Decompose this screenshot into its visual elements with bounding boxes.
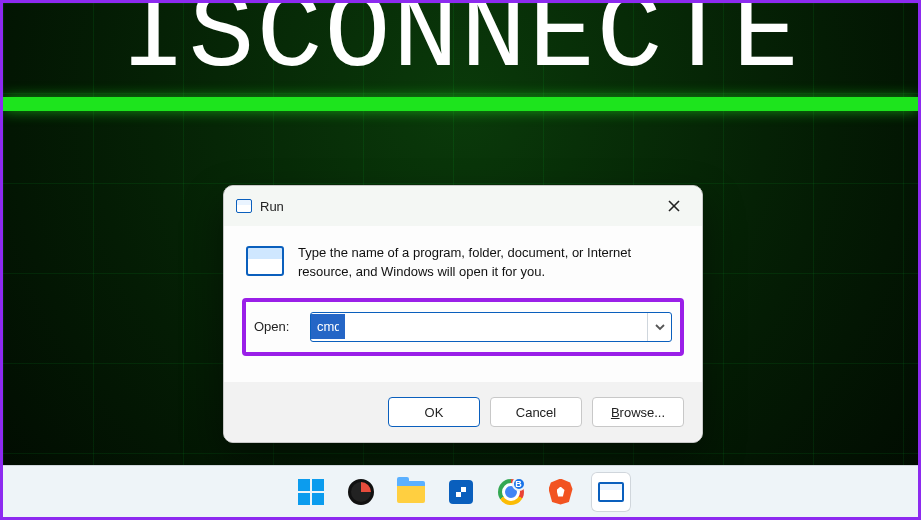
run-large-icon (246, 246, 284, 276)
open-input[interactable] (311, 314, 345, 339)
close-button[interactable] (652, 191, 696, 221)
open-dropdown-button[interactable] (647, 313, 671, 341)
chevron-down-icon (655, 322, 665, 332)
run-taskbar-icon (598, 482, 624, 502)
cancel-button[interactable]: Cancel (490, 397, 582, 427)
run-description: Type the name of a program, folder, docu… (298, 244, 680, 282)
open-row-highlight: Open: (242, 298, 684, 356)
close-icon (668, 200, 680, 212)
browse-button[interactable]: Browse... (592, 397, 684, 427)
gear-icon (348, 479, 374, 505)
run-dialog: Run Type the name of a program, folder, … (223, 185, 703, 443)
taskbar-brave[interactable] (541, 472, 581, 512)
open-combobox[interactable] (310, 312, 672, 342)
run-icon (236, 199, 252, 213)
wallpaper-text: ISCONNECTE (3, 0, 918, 98)
ok-button[interactable]: OK (388, 397, 480, 427)
chrome-icon: B (498, 479, 524, 505)
brave-icon (549, 479, 573, 505)
taskbar-run[interactable] (591, 472, 631, 512)
open-label: Open: (254, 319, 298, 334)
chrome-badge: B (512, 477, 526, 491)
taskbar-app-unknown[interactable] (341, 472, 381, 512)
run-title: Run (260, 199, 284, 214)
taskbar-ms-store[interactable] (441, 472, 481, 512)
run-button-bar: OK Cancel Browse... (224, 382, 702, 442)
run-titlebar[interactable]: Run (224, 186, 702, 226)
windows-logo-icon (298, 479, 324, 505)
taskbar-file-explorer[interactable] (391, 472, 431, 512)
store-icon (449, 480, 473, 504)
folder-icon (397, 481, 425, 503)
taskbar-chrome[interactable]: B (491, 472, 531, 512)
taskbar-start[interactable] (291, 472, 331, 512)
wallpaper-accent-bar (3, 97, 918, 111)
open-input-blank[interactable] (345, 313, 647, 341)
taskbar: B (3, 465, 918, 517)
